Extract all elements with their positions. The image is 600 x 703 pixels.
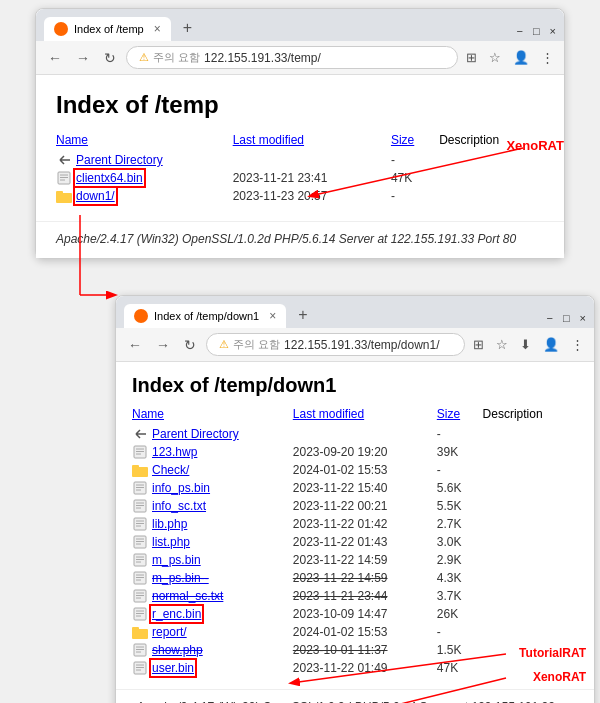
file-link[interactable]: show.php [152,643,203,657]
file-modified: 2023-10-01 11:37 [293,641,437,659]
back-button-1[interactable]: ← [44,48,66,68]
file-modified [233,151,391,169]
file-link[interactable]: down1/ [76,189,115,203]
file-description [483,461,578,479]
file-link[interactable]: user.bin [152,661,194,675]
translate-icon-1[interactable]: ⊞ [464,48,479,67]
close-btn-1[interactable]: × [550,25,556,37]
file-icon [132,607,148,621]
file-description [483,425,578,443]
file-modified: 2024-01-02 15:53 [293,461,437,479]
file-size: 3.7K [437,587,483,605]
bookmark-icon-2[interactable]: ☆ [494,335,510,354]
download-icon-2[interactable]: ⬇ [518,335,533,354]
file-icon [132,661,148,675]
col-name-1[interactable]: Name [56,131,233,151]
file-size: 47K [391,169,439,187]
file-description [439,169,544,187]
forward-button-2[interactable]: → [152,335,174,355]
close-btn-2[interactable]: × [580,312,586,324]
file-link[interactable]: m_ps.bin-- [152,571,209,585]
file-link[interactable]: lib.php [152,517,187,531]
address-bar-2[interactable]: ⚠ 주의 요함 122.155.191.33/temp/down1/ [206,333,465,356]
file-modified: 2023-11-22 01:42 [293,515,437,533]
user-icon-1[interactable]: 👤 [511,48,531,67]
file-size: - [391,187,439,205]
file-description [483,497,578,515]
file-description [483,605,578,623]
content-1: Index of /temp Name Last modified Size D… [36,75,564,221]
maximize-btn-2[interactable]: □ [563,312,570,324]
file-link[interactable]: list.php [152,535,190,549]
file-link[interactable]: r_enc.bin [152,607,201,621]
tab-2[interactable]: Index of /temp/down1 × [124,304,286,328]
col-modified-1[interactable]: Last modified [233,131,391,151]
nav-icons-1: ⊞ ☆ 👤 ⋮ [464,48,556,67]
menu-icon-2[interactable]: ⋮ [569,335,586,354]
file-description [483,551,578,569]
tutorialrat-annotation: TutorialRAT [519,646,586,660]
file-icon [132,589,148,603]
new-tab-button-1[interactable]: + [175,15,200,41]
maximize-btn-1[interactable]: □ [533,25,540,37]
bookmark-icon-1[interactable]: ☆ [487,48,503,67]
tab-close-1[interactable]: × [154,22,161,36]
file-icon [56,171,72,185]
file-link[interactable]: Parent Directory [76,153,163,167]
file-description [483,443,578,461]
refresh-button-2[interactable]: ↻ [180,335,200,355]
new-tab-button-2[interactable]: + [290,302,315,328]
folder-icon [132,625,148,639]
browser-window-1: Index of /temp × + − □ × ← → ↻ ⚠ 주의 요함 1… [35,8,565,259]
back-button-2[interactable]: ← [124,335,146,355]
file-link[interactable]: info_sc.txt [152,499,206,513]
server-info-2: Apache/2.4.17 (Win32) OpenSSL/1.0.2d PHP… [116,689,594,703]
table-row: report/2024-01-02 15:53- [132,623,578,641]
minimize-btn-1[interactable]: − [516,25,522,37]
file-link[interactable]: Check/ [152,463,189,477]
refresh-button-1[interactable]: ↻ [100,48,120,68]
col-size-2[interactable]: Size [437,405,483,425]
user-icon-2[interactable]: 👤 [541,335,561,354]
minimize-btn-2[interactable]: − [546,312,552,324]
table-row: clientx64.bin2023-11-21 23:4147K [56,169,544,187]
menu-icon-1[interactable]: ⋮ [539,48,556,67]
address-label-1: 주의 요함 [153,50,200,65]
file-link[interactable]: normal_sc.txt [152,589,223,603]
file-link[interactable]: m_ps.bin [152,553,201,567]
file-description [439,151,544,169]
file-link[interactable]: 123.hwp [152,445,197,459]
file-description [439,187,544,205]
col-size-1[interactable]: Size [391,131,439,151]
file-modified [293,425,437,443]
table-row: list.php2023-11-22 01:433.0K [132,533,578,551]
col-modified-2[interactable]: Last modified [293,405,437,425]
file-size: 47K [437,659,483,677]
file-description [483,533,578,551]
forward-button-1[interactable]: → [72,48,94,68]
col-name-2[interactable]: Name [132,405,293,425]
file-modified: 2023-11-22 01:49 [293,659,437,677]
tab-close-2[interactable]: × [269,309,276,323]
file-size: 39K [437,443,483,461]
file-table-2: Name Last modified Size Description Pare… [132,405,578,677]
file-link[interactable]: info_ps.bin [152,481,210,495]
file-table-body-2: Parent Directory-123.hwp2023-09-20 19:20… [132,425,578,677]
file-link[interactable]: Parent Directory [152,427,239,441]
warning-icon-1: ⚠ [139,51,149,64]
file-size: - [437,425,483,443]
file-link[interactable]: report/ [152,625,187,639]
svg-rect-5 [56,191,63,195]
folder-icon [132,463,148,477]
file-icon [132,535,148,549]
table-row: lib.php2023-11-22 01:422.7K [132,515,578,533]
file-modified: 2024-01-02 15:53 [293,623,437,641]
file-modified: 2023-10-09 14:47 [293,605,437,623]
address-label-2: 주의 요함 [233,337,280,352]
translate-icon-2[interactable]: ⊞ [471,335,486,354]
file-size: 1.5K [437,641,483,659]
file-size: - [437,461,483,479]
file-link[interactable]: clientx64.bin [76,171,143,185]
tab-1[interactable]: Index of /temp × [44,17,171,41]
address-bar-1[interactable]: ⚠ 주의 요함 122.155.191.33/temp/ [126,46,458,69]
